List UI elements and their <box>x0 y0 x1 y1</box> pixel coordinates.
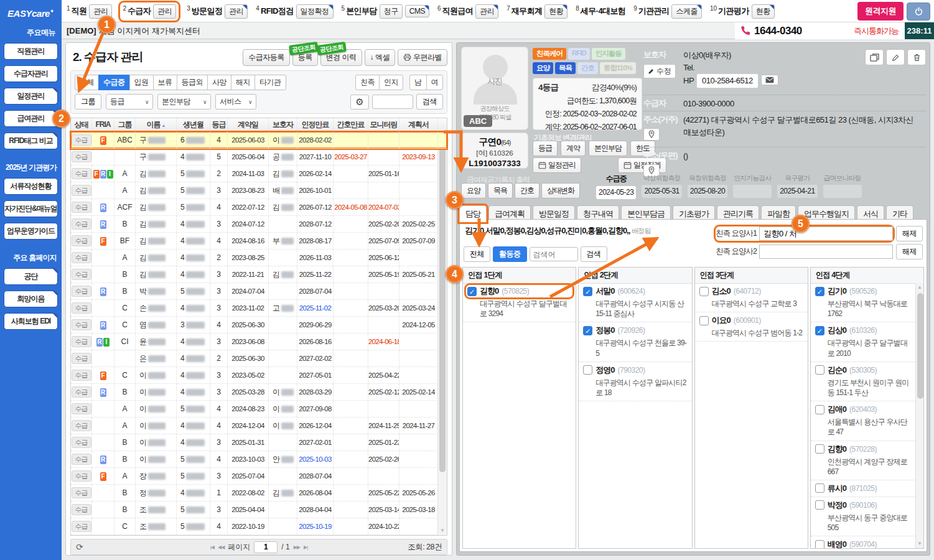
filter-남[interactable]: 남 <box>409 75 427 90</box>
assessment-date[interactable]: 2024-05-23 <box>596 186 636 199</box>
column-header-그룹[interactable]: 그룹 <box>114 118 136 131</box>
table-row[interactable]: 수급B조532025-04-042028-04-042025-03-142025… <box>71 502 447 518</box>
table-row[interactable]: 수급A김532023-08-23배2026-10-01 <box>71 182 447 199</box>
table-row[interactable]: 수급FA장532025-07-042028-07-04 <box>71 468 447 485</box>
checkbox[interactable]: ✓ <box>583 326 592 335</box>
filter-친족[interactable]: 친족 <box>355 75 380 90</box>
checkbox[interactable] <box>699 287 709 296</box>
next-page-icon[interactable]: ▶▶ <box>294 544 300 550</box>
search-button[interactable]: 검색 <box>416 94 443 110</box>
checkbox[interactable]: ✓ <box>815 326 824 335</box>
table-scrollbar[interactable]: ▲ ▼ <box>437 132 447 535</box>
print-요양[interactable]: 요양 <box>461 183 486 198</box>
base-info-계약[interactable]: 계약 <box>561 141 586 156</box>
table-row[interactable]: 수급A김422023-08-252026-11-032025-06-12 <box>71 250 447 266</box>
table-row[interactable]: 수급FBF김442024-08-16부2028-08-172025-07-092… <box>71 233 447 250</box>
staff-filter-all[interactable]: 전체 <box>464 246 490 262</box>
caregiver-row[interactable]: 이요0(600901) <box>698 314 805 327</box>
search-input[interactable] <box>372 95 413 109</box>
nav-sub-button[interactable]: 관리 <box>153 4 176 19</box>
print-간호[interactable]: 간호 <box>515 183 539 198</box>
caregiver-item[interactable]: 류시0(871025) <box>811 480 915 497</box>
edit-button[interactable] <box>886 49 905 65</box>
select-본인부담[interactable]: 본인부담∨ <box>157 94 211 110</box>
table-row[interactable]: 수급FRIA김522024-11-03김2026-02-142025-01-16 <box>71 166 447 182</box>
nav-sub-button[interactable]: 관리 <box>89 4 112 19</box>
popup-window-button[interactable] <box>865 49 884 65</box>
column-header-인정만료[interactable]: 인정만료 <box>297 118 334 131</box>
nav-item-1[interactable]: 1직원관리 <box>67 4 112 19</box>
table-row[interactable]: 수급C조542022-10-192025-10-192024-10-22 <box>71 518 447 535</box>
nav-item-3[interactable]: 3방문일정관리 <box>187 4 248 19</box>
sidebar-item-main[interactable]: 급여관리 <box>4 110 58 127</box>
filter-전체[interactable]: 전체 <box>75 75 99 90</box>
guardian-hp-number[interactable]: 010-2584-6512 <box>696 73 759 88</box>
release-button[interactable]: 해제 <box>896 244 923 259</box>
checkbox[interactable] <box>815 444 824 454</box>
group-button[interactable]: 그룹 <box>75 94 101 110</box>
nav-sub-button[interactable]: 관리 <box>475 4 498 19</box>
table-row[interactable]: 수급C손432023-11-02고2025-11-022025-03-20202… <box>71 300 447 317</box>
schedule-일정관리[interactable]: 일정관리 <box>533 157 581 173</box>
map-pin-button-home[interactable] <box>643 128 660 141</box>
column-header-계약일[interactable]: 계약일 <box>228 118 269 131</box>
print-목욕[interactable]: 목욕 <box>488 183 513 198</box>
checkbox[interactable] <box>583 365 592 375</box>
caregiver-item[interactable]: 김순0(530305)경기도 부천시 원미구 원미동 151-1 두산 <box>811 362 915 401</box>
checkbox[interactable]: ✓ <box>583 287 592 296</box>
sidebar-item-link[interactable]: 공단 <box>4 268 58 285</box>
caregiver-row[interactable]: 김소0(640712) <box>698 285 805 297</box>
family-caregiver-input[interactable] <box>759 245 893 259</box>
filter-타기관[interactable]: 타기관 <box>255 75 286 90</box>
sidebar-item-main[interactable]: RFID태그 비교 <box>4 133 58 149</box>
table-row[interactable]: 수급A이542024-08-23이2027-09-08 <box>71 401 447 418</box>
caregiver-row[interactable]: 정영0(790320) <box>582 364 688 376</box>
table-row[interactable]: 수급B정412022-08-02김2026-08-042025-05-22202… <box>71 485 447 502</box>
filter-등급외[interactable]: 등급외 <box>177 75 208 90</box>
checkbox[interactable] <box>815 365 824 375</box>
checkbox[interactable] <box>815 540 824 548</box>
assessment-date[interactable] <box>823 185 862 198</box>
caregiver-item[interactable]: 배영0(590704)대구광역시 중구 남산동 343 <box>811 536 915 548</box>
caregiver-row[interactable]: 배영0(590704) <box>814 538 912 548</box>
caregiver-row[interactable]: 김향0(570228) <box>814 443 912 455</box>
nav-sub-button[interactable]: 현황 <box>544 4 567 19</box>
caregiver-item[interactable]: ✓정봉0(720926)대구광역시 수성구 천을로 39-5 <box>579 322 691 362</box>
settings-gear-button[interactable]: ⚙ <box>350 95 369 110</box>
column-header-등급[interactable]: 등급 <box>210 118 228 131</box>
caregiver-item[interactable]: 정영0(790320)대구광역시 수성구 알파시티2로 18 <box>579 362 691 401</box>
scrollbar-thumb[interactable] <box>439 142 446 472</box>
table-row[interactable]: 수급RICI윤432023-06-082026-08-162024-06-18 <box>71 334 447 350</box>
sidebar-item-eval[interactable]: 서류작성현황 <box>4 178 58 195</box>
app-logo[interactable]: EASYcare <box>0 0 62 22</box>
checkbox[interactable] <box>815 405 824 414</box>
action-엑셀[interactable]: ↓엑셀 <box>365 49 396 66</box>
filter-여[interactable]: 여 <box>426 75 444 90</box>
base-info-본인부담[interactable]: 본인부담 <box>589 141 627 156</box>
sort-icon[interactable]: ▲ <box>162 123 166 128</box>
sidebar-item-eval[interactable]: 업무운영가이드 <box>4 223 58 240</box>
filter-사망[interactable]: 사망 <box>207 75 231 90</box>
caregiver-row[interactable]: ✓정봉0(720926) <box>582 324 688 337</box>
column-header-FRIA[interactable]: FRIA <box>92 118 114 131</box>
assessment-date[interactable] <box>733 185 772 198</box>
nav-sub-button[interactable]: 관리 <box>225 4 248 19</box>
scroll-up-icon[interactable]: ▲ <box>916 283 923 292</box>
table-row[interactable]: 수급구452025-06-04공2027-11-102025-03-272023… <box>71 149 447 166</box>
caregiver-item[interactable]: 이요0(600901)대구광역시 수성구 범어동 1-2 <box>695 312 808 342</box>
column-scrollbar[interactable]: ▲▼ <box>915 283 923 548</box>
nav-sub-button[interactable]: 스케줄 <box>671 4 702 19</box>
column-header-이름[interactable]: 이름▲ <box>136 118 177 131</box>
table-row[interactable]: 수급RB김432024-07-122028-07-122025-02-20202… <box>71 216 447 233</box>
assessment-date[interactable]: 2025-04-21 <box>777 185 817 198</box>
table-row[interactable]: 수급RB박532024-07-042028-07-04 <box>71 283 447 300</box>
logout-button[interactable] <box>907 2 930 21</box>
column-header-보호자[interactable]: 보호자 <box>269 118 297 131</box>
nav-item-10[interactable]: 10기관평가현황 <box>710 4 775 19</box>
column-header-간호만료[interactable]: 간호만료 <box>334 118 368 131</box>
staff-search-button[interactable]: 검색 <box>581 246 607 262</box>
sidebar-item-eval[interactable]: 자가진단&매뉴얼 <box>4 200 58 217</box>
caregiver-item[interactable]: 박정0(590106)부산광역시 동구 중앙대로 505 <box>811 497 915 536</box>
scrollbar-thumb[interactable] <box>917 293 923 399</box>
last-page-icon[interactable]: ▶| <box>304 544 307 550</box>
